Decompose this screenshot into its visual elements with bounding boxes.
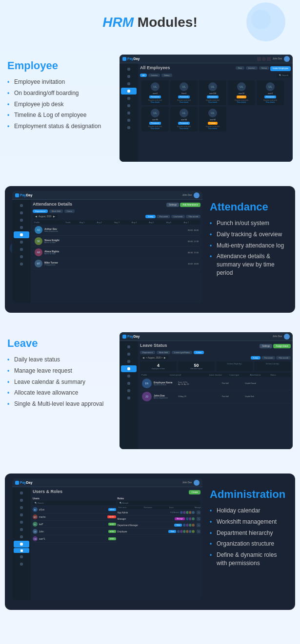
leave-today[interactable]: Today bbox=[251, 356, 261, 360]
att-time-tabs: Today This week Last week This month bbox=[145, 215, 200, 218]
emp-link-6[interactable]: View details bbox=[172, 128, 196, 130]
title-italic: HRM bbox=[102, 15, 134, 30]
emp-avatar-4: UL bbox=[266, 82, 275, 91]
leave-s-4[interactable] bbox=[121, 365, 137, 372]
emp-badge-1: Permanent bbox=[178, 95, 189, 98]
tab-salary[interactable]: Salary bbox=[259, 66, 269, 70]
leave-avatar-1: EN bbox=[142, 379, 152, 388]
role-row-1: Manager Manage ✎ bbox=[118, 516, 201, 522]
leave-icon bbox=[127, 104, 130, 107]
leave-type-2: Unpaid Sick bbox=[245, 396, 266, 398]
leave-prev-icon: ◀ bbox=[142, 357, 144, 359]
att-today[interactable]: Today bbox=[145, 215, 156, 218]
admin-users-col: Users 🔍 Search AJ al*jon admin MR macho bbox=[33, 497, 116, 543]
user-avatar bbox=[284, 56, 290, 62]
emp-link-3[interactable]: View details bbox=[230, 101, 253, 103]
admin-users-search[interactable]: 🔍 Search bbox=[33, 501, 116, 505]
leave-main: Leave Status Settings Assign leave Depar… bbox=[138, 341, 293, 449]
att-settings-btn[interactable]: Settings bbox=[166, 203, 179, 207]
leave-assign-btn[interactable]: Assign leave bbox=[273, 344, 291, 348]
att-header: Attendance Details Settings Add Attendan… bbox=[33, 202, 200, 208]
filter-all[interactable]: All bbox=[140, 74, 147, 77]
att-tab-shift[interactable]: Work Shift bbox=[49, 209, 63, 213]
emp-link-1[interactable]: View details bbox=[172, 101, 196, 103]
role-edit-0[interactable]: ✎ bbox=[197, 511, 200, 514]
leave-tab-leave[interactable]: Leave bbox=[194, 351, 204, 354]
filter-salary-f[interactable]: Salary bbox=[161, 74, 172, 77]
leave-tab-shift[interactable]: Work Shift bbox=[157, 351, 170, 354]
admin-roles-search[interactable]: 🔍 Search bbox=[118, 501, 201, 505]
admin-s-1 bbox=[12, 490, 31, 496]
employee-text: Employee Employee invitation On boarding… bbox=[7, 55, 120, 133]
emp-avatar-5: UL bbox=[151, 109, 160, 117]
att-add-btn[interactable]: Add Attendance bbox=[180, 203, 200, 207]
leave-s-5 bbox=[120, 373, 138, 379]
leave-feature-0: Daily leave status bbox=[7, 356, 115, 364]
employee-features: Employee invitation On boarding/off boar… bbox=[7, 78, 115, 131]
leave-period-1: From: 15 Fri,Apr 14, Apr 20 bbox=[178, 381, 220, 385]
emp-link-2[interactable]: View details bbox=[201, 101, 224, 103]
leave-s-8 bbox=[120, 395, 138, 401]
att-logo-icon bbox=[15, 193, 19, 197]
att-month-selector[interactable]: ◀ August, 2020 ▶ bbox=[33, 214, 58, 219]
emp-badge-2: Permanent bbox=[207, 95, 218, 98]
att-tab-dept[interactable]: Department bbox=[33, 209, 48, 213]
admin-s-users-roles[interactable] bbox=[14, 548, 29, 553]
role-perm-badge-1: Manage bbox=[175, 517, 185, 520]
leave-feature-2: Leave calendar & summary bbox=[7, 378, 115, 386]
leave-col-type: Leave type bbox=[230, 374, 249, 376]
emp-link-7[interactable]: View details bbox=[201, 128, 224, 130]
att-thisweek[interactable]: This week bbox=[157, 215, 170, 218]
leave-avatar-2: JD bbox=[142, 392, 152, 401]
role-edit-1[interactable]: ✎ bbox=[197, 517, 200, 521]
sidebar-employee[interactable] bbox=[121, 88, 137, 95]
admin-users-header: Users bbox=[33, 497, 116, 500]
leave-tab-dept[interactable]: Department bbox=[140, 351, 155, 354]
leave-screen-body: Leave Status Settings Assign leave Depar… bbox=[120, 341, 293, 449]
emp-link-4[interactable]: View details bbox=[259, 101, 282, 103]
leave-thismonth[interactable]: This month bbox=[276, 356, 291, 360]
att-s-settings bbox=[12, 261, 31, 267]
emp-badge-3: Probation bbox=[237, 95, 247, 98]
att-profile-info-4: Mike Turner IT Department bbox=[44, 261, 186, 266]
att-profile-info-2: Steve Knight Admin & Office bbox=[44, 239, 186, 244]
invite-employee-btn[interactable]: Invite Employee bbox=[270, 66, 291, 71]
emp-card-3: UL user50 Probation Regular work shift V… bbox=[228, 80, 255, 105]
emp-link-5[interactable]: View details bbox=[143, 128, 167, 130]
emp-card-7: UL user82 Probation Regular work shift V… bbox=[199, 107, 226, 132]
role-edit-3[interactable]: ✎ bbox=[197, 530, 200, 533]
admin-user-row-4: SM sam*1 active bbox=[33, 535, 116, 543]
att-tab-users[interactable]: Users bbox=[64, 209, 74, 213]
att-emp-dept-4: IT Department bbox=[44, 264, 186, 266]
leave-tab-type[interactable]: Leave type/Status bbox=[172, 351, 192, 354]
title-rest: Modules! bbox=[134, 15, 198, 30]
att-lastweek[interactable]: Last week bbox=[171, 215, 185, 218]
leave-settings-btn[interactable]: Settings bbox=[260, 344, 272, 348]
admin-icon bbox=[127, 119, 130, 122]
emp-card-4: UL user2 Permanent Regular work shift Vi… bbox=[257, 80, 284, 105]
emp-link-0[interactable]: View details bbox=[143, 101, 167, 103]
att-btn-row: Settings Add Attendance bbox=[166, 203, 200, 207]
emp-avatar-6: UL bbox=[180, 109, 188, 117]
admin-create-btn[interactable]: Create bbox=[189, 490, 200, 494]
att-avatar-3: AR bbox=[35, 248, 42, 256]
leave-thisweek[interactable]: This week bbox=[261, 356, 275, 360]
admin-feature-1: Workshift management bbox=[210, 518, 288, 526]
feature-item: Timeline & Log of employee bbox=[7, 111, 115, 119]
filter-inactive[interactable]: Inactive bbox=[148, 74, 160, 77]
emp-search-bar[interactable]: 🔍 Search bbox=[277, 73, 291, 77]
att-thismonth[interactable]: This month bbox=[186, 215, 200, 218]
role-edit-2[interactable]: ✎ bbox=[197, 523, 200, 527]
admin-screen-body: Users & Roles Create Users 🔍 Search AJ a… bbox=[12, 487, 202, 600]
leave-s-2 bbox=[120, 351, 138, 358]
leave-month-selector[interactable]: ◀ < August, 2020 > ▶ bbox=[140, 356, 168, 360]
role-name-2: Department Manager bbox=[118, 524, 173, 527]
tab-inactive[interactable]: Inactive bbox=[246, 66, 258, 70]
att-row-1: AD Arthur Dev Sales Department 09:0018:0… bbox=[33, 225, 200, 236]
admin-s-8[interactable] bbox=[14, 541, 29, 548]
leave-row-1: EN Employee Name Systems & Work From: 15… bbox=[140, 377, 291, 390]
emp-sidebar bbox=[120, 63, 138, 162]
tab-new[interactable]: New bbox=[236, 66, 244, 70]
att-s-attendance[interactable] bbox=[14, 231, 29, 238]
emp-name-5: user85 bbox=[143, 118, 167, 121]
